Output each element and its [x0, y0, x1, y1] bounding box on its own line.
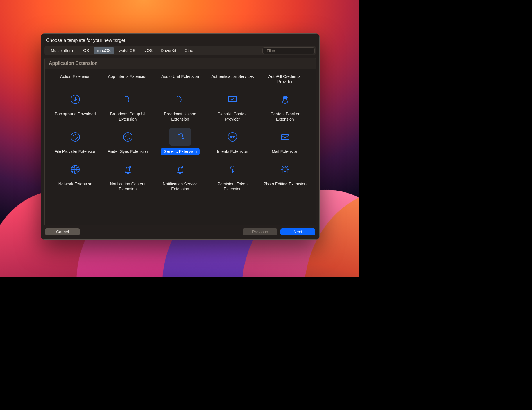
template-grid: Action ExtensionApp Intents ExtensionAud… — [45, 69, 316, 193]
screen-check-icon — [221, 90, 243, 108]
bell-dot-icon — [169, 160, 191, 178]
filter-field[interactable] — [262, 47, 315, 54]
platform-tab-macos[interactable]: macOS — [94, 47, 114, 54]
template-label: ClassKit Context Provider — [208, 111, 257, 123]
arrow-redo-icon — [169, 90, 191, 108]
previous-button: Previous — [243, 228, 277, 235]
svg-rect-6 — [281, 135, 289, 140]
template-file-provider-extension[interactable]: File Provider Extension — [51, 128, 100, 155]
template-autofill-credential-provider[interactable]: AutoFill Credential Provider — [260, 73, 310, 85]
template-notification-service-extension[interactable]: Notification Service Extension — [155, 160, 205, 193]
template-label: Broadcast Upload Extension — [155, 111, 205, 123]
envelope-icon — [274, 128, 296, 146]
template-action-extension[interactable]: Action Extension — [51, 73, 100, 85]
template-label: Authentication Services — [208, 73, 257, 80]
svg-point-8 — [129, 166, 131, 168]
arrow-down-circle-icon — [64, 90, 86, 108]
platform-tab-tvos[interactable]: tvOS — [140, 47, 156, 54]
sync-circle-icon — [64, 128, 86, 146]
template-label: Finder Sync Extension — [105, 148, 151, 155]
template-label: Audio Unit Extension — [158, 73, 202, 80]
template-content-blocker-extension[interactable]: Content Blocker Extension — [260, 90, 310, 123]
template-generic-extension[interactable]: Generic Extension — [155, 128, 205, 155]
svg-rect-2 — [229, 96, 236, 102]
section-header: Application Extension — [45, 58, 316, 69]
template-label: Network Extension — [55, 181, 95, 188]
dialog-title: Choose a template for your new target: — [41, 34, 319, 46]
svg-point-17 — [287, 171, 288, 172]
sync-circle-icon — [117, 128, 139, 146]
template-label: Persistent Token Extension — [208, 181, 257, 193]
bell-dot-icon — [117, 160, 139, 178]
template-classkit-context-provider[interactable]: ClassKit Context Provider — [208, 90, 257, 123]
platform-tab-watchos[interactable]: watchOS — [115, 47, 139, 54]
template-audio-unit-extension[interactable]: Audio Unit Extension — [155, 73, 205, 85]
template-chooser-dialog: Choose a template for your new target: M… — [41, 33, 320, 240]
platform-tab-ios[interactable]: iOS — [79, 47, 92, 54]
template-finder-sync-extension[interactable]: Finder Sync Extension — [103, 128, 152, 155]
svg-point-14 — [282, 166, 283, 167]
cancel-button[interactable]: Cancel — [45, 228, 80, 235]
template-app-intents-extension[interactable]: App Intents Extension — [103, 73, 152, 85]
template-grid-viewport[interactable]: Action ExtensionApp Intents ExtensionAud… — [45, 69, 316, 225]
template-label: Content Blocker Extension — [260, 111, 310, 123]
template-label: App Intents Extension — [105, 73, 150, 80]
svg-point-10 — [231, 166, 234, 169]
platform-tab-other[interactable]: Other — [181, 47, 198, 54]
svg-point-12 — [281, 169, 282, 170]
template-authentication-services[interactable]: Authentication Services — [208, 73, 257, 85]
dial-icon — [274, 160, 296, 178]
template-label: Action Extension — [57, 73, 93, 80]
svg-point-15 — [287, 166, 288, 167]
template-label: Generic Extension — [161, 148, 200, 155]
filter-input[interactable] — [267, 49, 316, 53]
template-broadcast-setup-ui-extension[interactable]: Broadcast Setup UI Extension — [103, 90, 152, 123]
template-label: Mail Extension — [269, 148, 301, 155]
template-mail-extension[interactable]: Mail Extension — [260, 128, 310, 155]
template-background-download[interactable]: Background Download — [51, 90, 100, 123]
svg-point-18 — [284, 172, 285, 173]
template-content: Application Extension Action ExtensionAp… — [44, 58, 316, 225]
svg-point-16 — [282, 171, 283, 172]
next-button[interactable]: Next — [280, 228, 315, 235]
key-icon — [221, 160, 243, 178]
platform-tab-driverkit[interactable]: DriverKit — [157, 47, 180, 54]
template-label: Notification Content Extension — [103, 181, 153, 193]
globe-icon — [64, 160, 86, 178]
infinity-circle-icon — [221, 128, 243, 146]
template-notification-content-extension[interactable]: Notification Content Extension — [103, 160, 152, 193]
template-label: AutoFill Credential Provider — [260, 73, 310, 85]
template-intents-extension[interactable]: Intents Extension — [208, 128, 257, 155]
platform-tab-multiplatform[interactable]: Multiplatform — [47, 47, 78, 54]
template-network-extension[interactable]: Network Extension — [51, 160, 100, 193]
template-label: Photo Editing Extension — [260, 181, 309, 188]
template-label: Notification Service Extension — [155, 181, 205, 193]
svg-point-9 — [182, 166, 183, 168]
template-label: Background Download — [52, 111, 99, 118]
platform-tab-list: MultiplatformiOSmacOSwatchOStvOSDriverKi… — [46, 47, 198, 54]
svg-point-11 — [283, 167, 287, 172]
hand-icon — [274, 90, 296, 108]
desktop-wallpaper: Choose a template for your new target: M… — [0, 0, 359, 277]
puzzle-icon — [169, 128, 191, 146]
template-label: Broadcast Setup UI Extension — [103, 111, 153, 123]
template-photo-editing-extension[interactable]: Photo Editing Extension — [260, 160, 310, 193]
template-persistent-token-extension[interactable]: Persistent Token Extension — [208, 160, 257, 193]
platform-tabbar: MultiplatformiOSmacOSwatchOStvOSDriverKi… — [44, 46, 316, 55]
template-label: Intents Extension — [214, 148, 251, 155]
template-label: File Provider Extension — [51, 148, 99, 155]
dialog-footer: Cancel Previous Next — [41, 225, 319, 239]
arrow-redo-icon — [117, 90, 139, 108]
template-broadcast-upload-extension[interactable]: Broadcast Upload Extension — [155, 90, 205, 123]
svg-point-13 — [288, 169, 289, 170]
